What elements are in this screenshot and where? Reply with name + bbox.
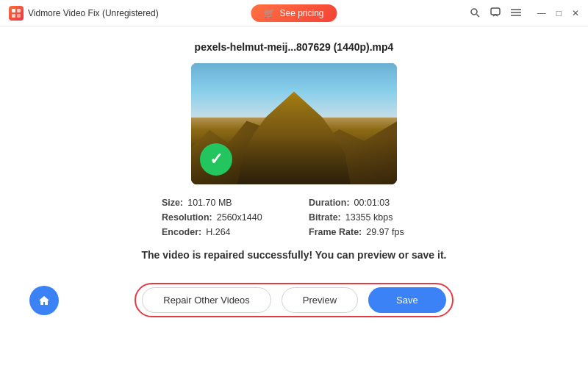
action-buttons-group: Repair Other Videos Preview Save bbox=[135, 283, 453, 317]
see-pricing-label: See pricing bbox=[279, 8, 323, 18]
repair-other-button[interactable]: Repair Other Videos bbox=[142, 287, 271, 313]
preview-button[interactable]: Preview bbox=[282, 287, 358, 313]
svg-rect-3 bbox=[17, 14, 21, 18]
home-button[interactable] bbox=[29, 286, 59, 315]
cart-icon: 🛒 bbox=[264, 8, 275, 18]
titlebar-center: 🛒 See pricing bbox=[251, 4, 337, 22]
titlebar: Vidmore Video Fix (Unregistered) 🛒 See p… bbox=[0, 0, 588, 26]
framerate-value: 29.97 fps bbox=[366, 227, 404, 237]
success-message: The video is repaired successfully! You … bbox=[142, 249, 447, 261]
video-info-grid: Size: 101.70 MB Duration: 00:01:03 Resol… bbox=[162, 198, 426, 237]
chat-icon[interactable] bbox=[490, 7, 501, 19]
duration-label: Duration: bbox=[309, 198, 350, 208]
success-badge bbox=[200, 143, 232, 176]
svg-rect-2 bbox=[12, 14, 15, 18]
main-content: pexels-helmut-meij...807629 (1440p).mp4 … bbox=[0, 26, 588, 382]
duration-row: Duration: 00:01:03 bbox=[309, 198, 426, 208]
close-button[interactable]: ✕ bbox=[572, 9, 579, 18]
resolution-label: Resolution: bbox=[162, 212, 212, 223]
svg-rect-6 bbox=[491, 8, 500, 15]
file-title: pexels-helmut-meij...807629 (1440p).mp4 bbox=[195, 41, 394, 53]
size-label: Size: bbox=[162, 198, 183, 208]
svg-point-4 bbox=[471, 9, 477, 15]
search-icon[interactable] bbox=[470, 7, 480, 19]
bitrate-value: 13355 kbps bbox=[345, 212, 393, 223]
video-thumbnail bbox=[191, 63, 397, 184]
app-logo: Vidmore Video Fix (Unregistered) bbox=[9, 6, 159, 21]
encoder-label: Encoder: bbox=[162, 227, 201, 237]
svg-rect-0 bbox=[12, 9, 15, 12]
bitrate-label: Bitrate: bbox=[309, 212, 341, 223]
svg-rect-1 bbox=[17, 9, 21, 12]
duration-value: 00:01:03 bbox=[354, 198, 390, 208]
framerate-label: Frame Rate: bbox=[309, 227, 362, 237]
window-controls: — □ ✕ bbox=[537, 9, 579, 18]
menu-icon[interactable] bbox=[511, 8, 521, 18]
app-icon bbox=[9, 6, 24, 21]
svg-line-5 bbox=[476, 14, 479, 17]
save-button[interactable]: Save bbox=[368, 287, 446, 313]
resolution-row: Resolution: 2560x1440 bbox=[162, 212, 279, 223]
see-pricing-button[interactable]: 🛒 See pricing bbox=[251, 4, 337, 22]
framerate-row: Frame Rate: 29.97 fps bbox=[309, 227, 426, 237]
size-row: Size: 101.70 MB bbox=[162, 198, 279, 208]
encoder-value: H.264 bbox=[206, 227, 230, 237]
minimize-button[interactable]: — bbox=[537, 9, 546, 18]
size-value: 101.70 MB bbox=[187, 198, 232, 208]
app-title: Vidmore Video Fix (Unregistered) bbox=[28, 8, 159, 18]
titlebar-controls: — □ ✕ bbox=[470, 7, 579, 19]
resolution-value: 2560x1440 bbox=[217, 212, 262, 223]
bitrate-row: Bitrate: 13355 kbps bbox=[309, 212, 426, 223]
encoder-row: Encoder: H.264 bbox=[162, 227, 279, 237]
maximize-button[interactable]: □ bbox=[556, 9, 562, 18]
bottom-bar: Repair Other Videos Preview Save bbox=[0, 274, 588, 326]
